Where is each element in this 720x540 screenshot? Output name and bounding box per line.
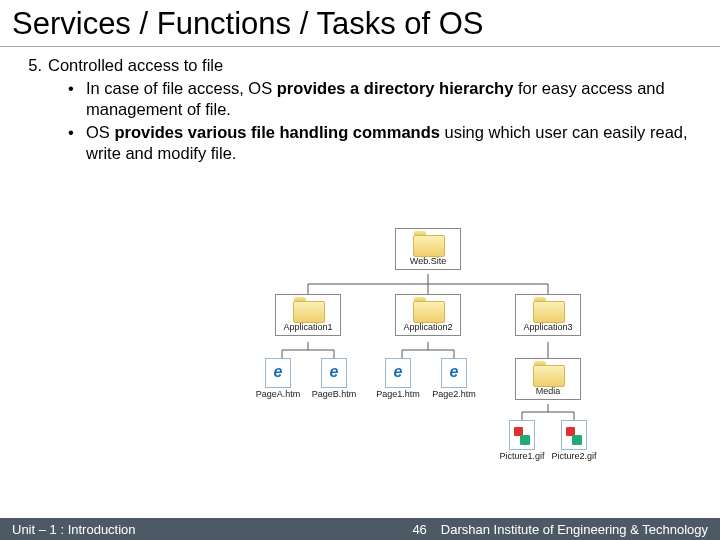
folder-icon: [413, 297, 443, 321]
node-label: Picture1.gif: [494, 452, 550, 461]
tree-root-node: Web.Site: [395, 228, 461, 270]
node-label: Web.Site: [398, 257, 458, 266]
folder-icon: [533, 297, 563, 321]
tree-page-node: Page2.htm: [426, 358, 482, 399]
bullet-text-bold: provides a directory hierarchy: [277, 79, 514, 97]
tree-app-node: Application3: [515, 294, 581, 336]
footer-unit: Unit – 1 : Introduction: [12, 522, 136, 537]
slide-footer: Unit – 1 : Introduction 46 Darshan Insti…: [0, 518, 720, 540]
node-label: Application1: [278, 323, 338, 332]
bullet-text-pre: In case of file access, OS: [86, 79, 277, 97]
bullet-text-bold: provides various file handling commands: [114, 123, 440, 141]
slide-title: Services / Functions / Tasks of OS: [0, 0, 720, 47]
content-block: 5. Controlled access to file In case of …: [0, 47, 720, 165]
ie-file-icon: [385, 358, 411, 388]
ie-file-icon: [321, 358, 347, 388]
node-label: PageA.htm: [250, 390, 306, 399]
tree-app-node: Application1: [275, 294, 341, 336]
tree-media-node: Media: [515, 358, 581, 400]
tree-page-node: PageB.htm: [306, 358, 362, 399]
node-label: Picture2.gif: [546, 452, 602, 461]
tree-picture-node: Picture2.gif: [546, 420, 602, 461]
footer-institute: Darshan Institute of Engineering & Techn…: [441, 522, 708, 537]
bullet-dot: [68, 78, 86, 120]
node-label: Application3: [518, 323, 578, 332]
bullet-text-pre: OS: [86, 123, 114, 141]
folder-icon: [533, 361, 563, 385]
ie-file-icon: [265, 358, 291, 388]
ie-file-icon: [441, 358, 467, 388]
tree-app-node: Application2: [395, 294, 461, 336]
image-file-icon: [561, 420, 587, 450]
folder-icon: [413, 231, 443, 255]
bullet-item: OS provides various file handling comman…: [68, 122, 696, 164]
node-label: PageB.htm: [306, 390, 362, 399]
footer-page-number: 46: [398, 522, 440, 537]
directory-hierarchy-diagram: Web.Site Application1 Application2 Appli…: [250, 226, 640, 476]
node-label: Media: [518, 387, 578, 396]
tree-picture-node: Picture1.gif: [494, 420, 550, 461]
item-heading: Controlled access to file: [48, 55, 223, 76]
folder-icon: [293, 297, 323, 321]
item-number: 5.: [24, 55, 48, 76]
numbered-item: 5. Controlled access to file: [24, 55, 696, 76]
node-label: Application2: [398, 323, 458, 332]
node-label: Page1.htm: [370, 390, 426, 399]
bullet-item: In case of file access, OS provides a di…: [68, 78, 696, 120]
bullet-dot: [68, 122, 86, 164]
tree-page-node: PageA.htm: [250, 358, 306, 399]
image-file-icon: [509, 420, 535, 450]
node-label: Page2.htm: [426, 390, 482, 399]
tree-page-node: Page1.htm: [370, 358, 426, 399]
